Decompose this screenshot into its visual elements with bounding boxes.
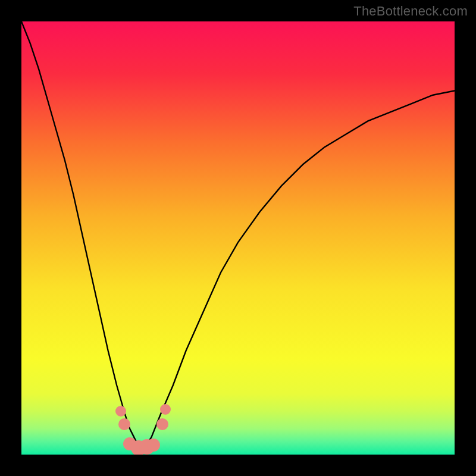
- background-gradient: [21, 21, 455, 455]
- data-marker: [156, 418, 168, 430]
- watermark-text: TheBottleneck.com: [353, 4, 468, 19]
- plot-area: [21, 21, 455, 455]
- data-marker: [118, 418, 130, 430]
- data-marker: [147, 439, 160, 452]
- chart-frame: TheBottleneck.com: [0, 0, 476, 476]
- data-marker: [160, 404, 171, 415]
- data-marker: [115, 406, 126, 416]
